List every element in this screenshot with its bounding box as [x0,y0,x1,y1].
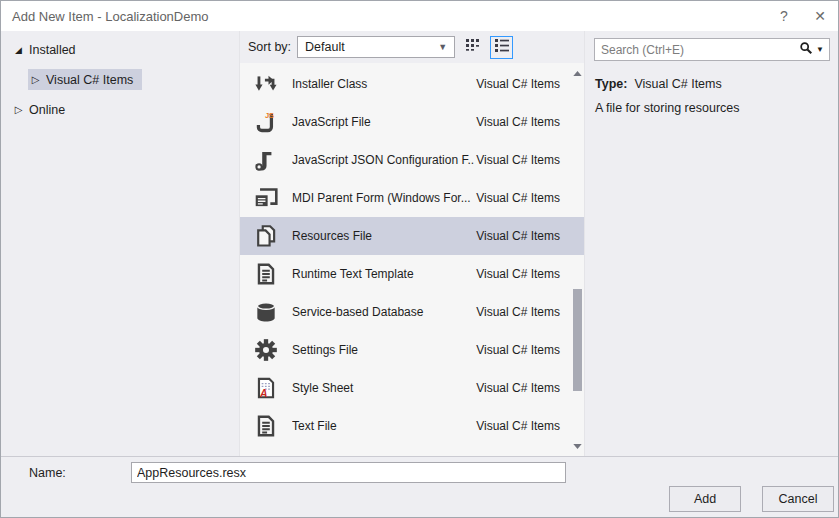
template-list: Installer ClassVisual C# ItemsJSJavaScri… [240,63,584,456]
template-category: Visual C# Items [476,191,560,205]
template-name: Style Sheet [292,381,474,395]
list-item-javascript-file[interactable]: JSJavaScript FileVisual C# Items [240,103,584,141]
svg-text:A: A [259,388,267,399]
list-item-style-sheet[interactable]: AStyle SheetVisual C# Items [240,369,584,407]
template-category: Visual C# Items [476,381,560,395]
template-category: Visual C# Items [476,115,560,129]
sort-dropdown[interactable]: Default ▼ [297,36,455,58]
template-category: Visual C# Items [476,267,560,281]
name-input[interactable] [131,462,566,483]
search-icon[interactable] [799,41,813,59]
close-icon: ✕ [814,8,826,24]
list-view-button[interactable] [490,36,513,59]
list-item-installer-class[interactable]: Installer ClassVisual C# Items [240,65,584,103]
list-item-javascript-json-configuration-f[interactable]: JavaScript JSON Configuration F...Visual… [240,141,584,179]
list-item-text-file[interactable]: Text FileVisual C# Items [240,407,584,445]
sort-by-label: Sort by: [248,40,291,54]
sidebar-item-online[interactable]: ▷Online [11,99,74,120]
list-item-runtime-text-template[interactable]: Runtime Text TemplateVisual C# Items [240,255,584,293]
sidebar-item-label: Installed [29,43,76,57]
small-icons-view-icon [466,38,481,56]
template-category: Visual C# Items [476,419,560,433]
type-value: Visual C# Items [634,77,721,91]
template-panel: Sort by: Default ▼ Installer ClassVisual… [239,31,585,456]
sidebar-item-visual-c-items[interactable]: ▷Visual C# Items [28,69,142,90]
sidebar-item-label: Online [29,103,65,117]
sidebar-item-installed[interactable]: ◢Installed [11,39,85,60]
database-icon [252,299,279,326]
add-new-item-dialog: Add New Item - LocalizationDemo ? ✕ ◢Ins… [0,0,839,518]
style-sheet-icon: A [252,375,279,402]
scroll-down-icon[interactable] [570,440,584,452]
window-title: Add New Item - LocalizationDemo [12,9,209,24]
sort-value: Default [305,40,345,54]
template-name: MDI Parent Form (Windows For... [292,191,474,205]
search-dropdown-icon[interactable]: ▼ [816,45,824,54]
list-scrollbar[interactable] [570,63,584,456]
template-name: JavaScript File [292,115,474,129]
titlebar[interactable]: Add New Item - LocalizationDemo ? ✕ [1,1,838,31]
dialog-body: ◢Installed▷Visual C# Items▷Online Sort b… [1,31,838,456]
settings-gear-icon [252,337,279,364]
type-label: Type: [595,77,627,91]
cancel-button[interactable]: Cancel [762,486,834,512]
template-name: Installer Class [292,77,474,91]
template-name: Settings File [292,343,474,357]
text-file-icon [252,413,279,440]
sort-bar: Sort by: Default ▼ [240,31,584,63]
template-category: Visual C# Items [476,229,560,243]
search-input[interactable] [595,43,799,57]
mdi-parent-form-icon [252,185,279,212]
search-box[interactable]: ▼ [594,38,830,61]
details-panel: ▼ Type:Visual C# Items A file for storin… [585,31,838,456]
sidebar-item-label: Visual C# Items [46,73,133,87]
add-button[interactable]: Add [669,486,741,512]
svg-text:JS: JS [264,111,273,120]
list-view-icon [494,38,510,56]
expand-icon[interactable]: ▷ [11,104,26,115]
chevron-down-icon: ▼ [438,42,447,52]
scrollbar-thumb[interactable] [573,289,582,391]
template-name: Resources File [292,229,474,243]
help-button[interactable]: ? [766,1,802,31]
template-category: Visual C# Items [476,153,560,167]
list-item-resources-file[interactable]: Resources FileVisual C# Items [240,217,584,255]
category-tree: ◢Installed▷Visual C# Items▷Online [1,31,239,456]
template-category: Visual C# Items [476,305,560,319]
name-label: Name: [29,466,66,480]
list-item-settings-file[interactable]: Settings FileVisual C# Items [240,331,584,369]
template-details: Type:Visual C# Items A file for storing … [594,77,830,115]
javascript-file-icon: JS [252,109,279,136]
titlebar-buttons: ? ✕ [766,1,838,31]
template-name: Runtime Text Template [292,267,474,281]
dialog-footer: Name: Add Cancel [1,456,838,517]
list-item-mdi-parent-form-windows-for[interactable]: MDI Parent Form (Windows For...Visual C#… [240,179,584,217]
template-name: Service-based Database [292,305,474,319]
installer-class-icon [252,71,279,98]
collapse-icon[interactable]: ◢ [11,45,26,55]
expand-icon[interactable]: ▷ [28,74,43,85]
footer-buttons: Add Cancel [669,486,834,512]
javascript-json-config-icon [252,147,279,174]
runtime-text-template-icon [252,261,279,288]
close-button[interactable]: ✕ [802,1,838,31]
scroll-up-icon[interactable] [570,67,584,79]
small-icons-view-button[interactable] [462,36,485,59]
template-name: JavaScript JSON Configuration F... [292,153,474,167]
item-description: A file for storing resources [595,101,830,115]
template-category: Visual C# Items [476,343,560,357]
help-icon: ? [780,8,788,24]
template-category: Visual C# Items [476,77,560,91]
list-item-service-based-database[interactable]: Service-based DatabaseVisual C# Items [240,293,584,331]
resources-file-icon [252,223,279,250]
template-name: Text File [292,419,474,433]
